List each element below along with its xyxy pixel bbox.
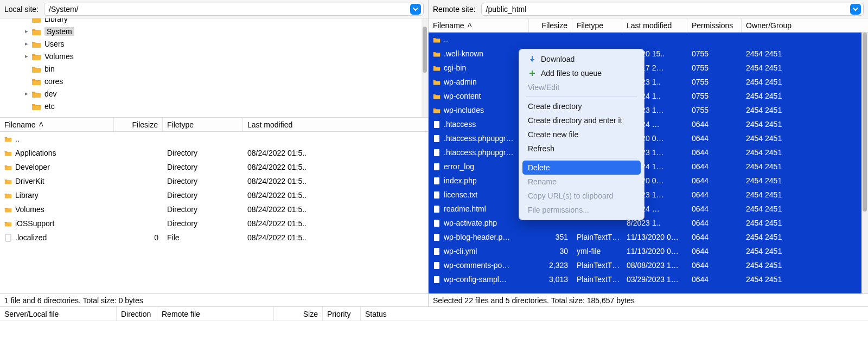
list-item[interactable]: ApplicationsDirectory08/24/2022 01:5.. [0,146,428,160]
file-icon [433,233,441,241]
local-col-filename[interactable]: Filenameᐱ [0,118,114,131]
folder-icon [433,92,441,100]
local-col-filesize[interactable]: Filesize [114,118,163,131]
scrollbar-thumb[interactable] [423,27,427,73]
list-item[interactable]: iOSSupportDirectory08/24/2022 01:5.. [0,216,428,231]
expand-toggle-icon[interactable]: ▸ [23,40,30,47]
remote-col-lastmod[interactable]: Last modified [622,18,687,32]
local-path-dropdown-button[interactable] [410,4,421,15]
menu-item[interactable]: Add files to queue [522,66,641,80]
list-item[interactable]: DriverKitDirectory08/24/2022 01:5.. [0,174,428,188]
expand-toggle-icon[interactable]: ▸ [23,28,30,35]
file-permissions: 0644 [687,148,742,157]
menu-item[interactable]: Create directory and enter it [522,113,641,127]
remote-col-owner[interactable]: Owner/Group [742,18,801,32]
remote-col-permissions[interactable]: Permissions [687,18,742,32]
menu-item[interactable]: Create directory [522,99,641,113]
scrollbar[interactable] [861,33,868,293]
remote-col-filetype[interactable]: Filetype [572,18,622,32]
queue-col-remotefile[interactable]: Remote file [157,307,274,321]
list-item[interactable]: license.txt7/2023 1…06442454 2451 [429,188,868,202]
list-item[interactable]: index.php7/2020 0…06442454 2451 [429,174,868,188]
list-item[interactable]: cgi-bin2/2017 2…07552454 2451 [429,61,868,75]
file-name: .htaccess.phpupgr… [444,134,513,143]
menu-item-label: Create directory and enter it [528,116,622,125]
remote-file-list[interactable]: ...well-known2/2020 15..07552454 2451cgi… [429,33,868,293]
list-item[interactable]: readme.html0/2024 …06442454 2451 [429,202,868,216]
file-permissions: 0644 [687,261,742,270]
local-path-combo[interactable]: /System/ [44,3,424,16]
file-owner: 2454 2451 [742,275,801,284]
file-type: yml-file [572,247,622,255]
list-item[interactable]: wp-includes7/2023 1…07552454 2451 [429,103,868,117]
list-item[interactable]: wp-admin8/2023 1..07552454 2451 [429,75,868,89]
local-file-list[interactable]: ..ApplicationsDirectory08/24/2022 01:5..… [0,132,428,293]
local-path-text: /System/ [49,5,410,14]
menu-item: Copy URL(s) to clipboard [522,189,641,203]
folder-icon [4,191,12,200]
file-name: DriverKit [15,177,44,186]
tree-item[interactable]: ▸dev [0,87,428,100]
list-item[interactable]: .. [429,33,868,47]
tree-item[interactable]: cores [0,75,428,87]
context-menu[interactable]: DownloadAdd files to queueView/EditCreat… [519,49,644,220]
list-item[interactable]: .localized0File08/24/2022 01:5.. [0,231,428,245]
remote-list-header[interactable]: Filenameᐱ Filesize Filetype Last modifie… [429,18,868,33]
local-col-lastmod[interactable]: Last modified [243,118,324,131]
transfer-queue[interactable]: Server/Local file Direction Remote file … [0,306,868,339]
queue-col-size[interactable]: Size [274,307,323,321]
list-item[interactable]: wp-content8/2024 1..07552454 2451 [429,89,868,103]
remote-path-dropdown-button[interactable] [850,4,861,15]
menu-item[interactable]: Refresh [522,142,641,156]
expand-toggle-icon[interactable]: ▸ [23,53,30,60]
list-item[interactable]: wp-blog-header.p…351PlainTextT…11/13/202… [429,230,868,244]
list-item[interactable]: wp-activate.php8/2023 1..06442454 2451 [429,216,868,230]
tree-item[interactable]: ▸System [0,25,428,37]
queue-col-priority[interactable]: Priority [323,307,361,321]
tree-item[interactable]: ▸Users [0,37,428,50]
list-item[interactable]: error_log7/2024 1…06442454 2451 [429,159,868,174]
list-item[interactable]: VolumesDirectory08/24/2022 01:5.. [0,202,428,216]
list-item[interactable]: .htaccess.phpupgr…7/2020 0…06442454 2451 [429,131,868,145]
remote-col-filename[interactable]: Filenameᐱ [429,18,529,32]
list-item[interactable]: wp-comments-po…2,323PlainTextT…08/08/202… [429,258,868,272]
list-item[interactable]: wp-cli.yml30yml-file11/13/2020 0…0644245… [429,244,868,258]
file-name: Volumes [15,205,44,214]
tree-item[interactable]: Library [0,18,428,25]
menu-item-label: Copy URL(s) to clipboard [528,191,613,200]
scrollbar[interactable] [422,18,428,117]
queue-col-status[interactable]: Status [361,307,410,321]
file-modified: 08/24/2022 01:5.. [243,191,324,200]
list-item[interactable]: wp-config-sampl…3,013PlainTextT…03/29/20… [429,272,868,286]
file-permissions: 0644 [687,162,742,171]
menu-item[interactable]: Create new file [522,127,641,142]
menu-item[interactable]: Delete [522,161,641,175]
list-item[interactable]: .well-known2/2020 15..07552454 2451 [429,47,868,61]
queue-col-direction[interactable]: Direction [117,307,157,321]
file-owner: 2454 2451 [742,233,801,241]
remote-path-combo[interactable]: /public_html [481,3,864,16]
menu-item: View/Edit [522,80,641,94]
list-item[interactable]: .. [0,132,428,146]
file-owner: 2454 2451 [742,106,801,114]
expand-toggle-icon[interactable]: ▸ [23,90,30,97]
chevron-down-icon [852,6,859,12]
local-col-filetype[interactable]: Filetype [163,118,243,131]
local-directory-tree[interactable]: Library▸System▸Users▸Volumesbincores▸dev… [0,18,428,118]
scrollbar-thumb[interactable] [863,33,867,212]
tree-item[interactable]: ▸Volumes [0,50,428,62]
list-item[interactable]: .htaccess8/2024 …06442454 2451 [429,117,868,131]
tree-item[interactable]: bin [0,62,428,75]
menu-item[interactable]: Download [522,52,641,66]
remote-col-filesize[interactable]: Filesize [529,18,572,32]
folder-icon [433,78,441,86]
tree-item[interactable]: etc [0,100,428,112]
list-item[interactable]: LibraryDirectory08/24/2022 01:5.. [0,188,428,202]
folder-icon [433,63,441,72]
list-item[interactable]: .htaccess.phpupgr…7/2023 1…06442454 2451 [429,145,868,159]
queue-col-serverfile[interactable]: Server/Local file [0,307,117,321]
local-list-header[interactable]: Filenameᐱ Filesize Filetype Last modifie… [0,118,428,132]
file-owner: 2454 2451 [742,92,801,100]
chevron-down-icon [412,6,419,12]
list-item[interactable]: DeveloperDirectory08/24/2022 01:5.. [0,160,428,174]
